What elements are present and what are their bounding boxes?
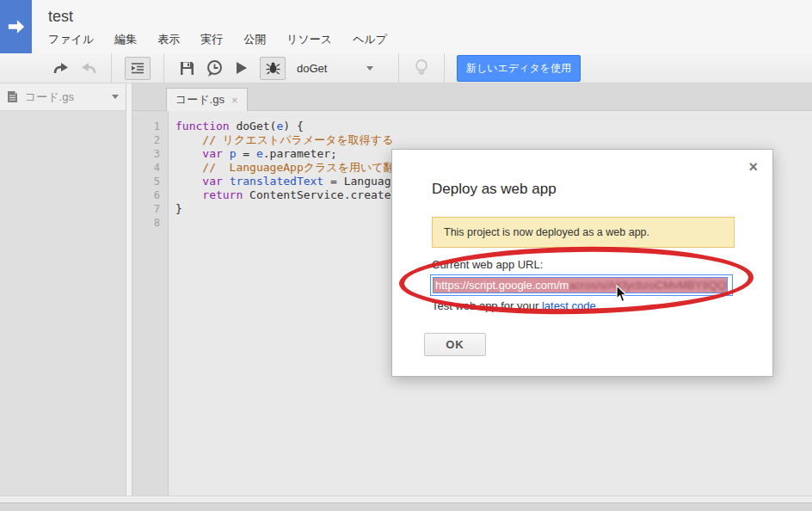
line-number: 6 [132, 188, 168, 202]
code-line: function doGet(e) { [175, 120, 812, 133]
line-number: 4 [132, 161, 168, 175]
ok-button[interactable]: OK [424, 333, 486, 356]
debug-button[interactable] [260, 57, 286, 80]
toolbar-separator [111, 53, 112, 83]
sidebar-file-item[interactable]: コード.gs [0, 83, 126, 111]
pane-splitter[interactable] [126, 83, 132, 496]
deploy-success-banner: This project is now deployed as a web ap… [432, 217, 735, 248]
url-redacted-text: acros/s/AKfycbzoCMvMBY8QQ2u [569, 279, 727, 292]
selected-url-text: https://script.google.com/macros/s/AKfyc… [433, 277, 728, 293]
toolbar-separator [163, 53, 164, 83]
tab-close-icon[interactable]: × [231, 94, 238, 107]
tab-code-gs[interactable]: コード.gs × [166, 88, 248, 111]
tab-strip: コード.gs × [132, 83, 812, 111]
header: test ファイル編集表示実行公開リソースヘルプ [0, 0, 812, 53]
line-number: 7 [132, 202, 168, 216]
line-number: 8 [132, 216, 168, 230]
dialog-title: Deploy as web app [432, 181, 557, 198]
menu-item[interactable]: 公開 [243, 32, 266, 47]
url-label: Current web app URL: [432, 258, 543, 271]
save-icon [180, 61, 194, 76]
sidebar-file-name: コード.gs [25, 89, 112, 105]
menu-item[interactable]: 編集 [114, 32, 137, 47]
arrow-right-icon [7, 17, 26, 36]
banner-text: This project is now deployed as a web ap… [444, 226, 649, 238]
toolbar-separator [444, 53, 445, 83]
redo-icon [80, 62, 97, 75]
url-visible-text: https://script.google.com/m [434, 279, 569, 292]
test-text: Test web app for your [432, 299, 542, 312]
horizontal-scrollbar[interactable] [0, 502, 812, 511]
menu-item[interactable]: ヘルプ [353, 32, 387, 47]
function-selector-value: doGet [297, 62, 327, 75]
undo-icon [52, 62, 70, 75]
status-bar [0, 496, 812, 502]
menubar: ファイル編集表示実行公開リソースヘルプ [48, 32, 408, 47]
apps-script-logo [0, 0, 32, 53]
history-button[interactable] [205, 58, 224, 77]
chevron-down-icon [366, 66, 373, 71]
toolbar-separator [398, 53, 399, 83]
run-button[interactable] [232, 58, 251, 77]
latest-code-link[interactable]: latest code [542, 299, 596, 312]
deploy-dialog: × Deploy as web app This project is now … [391, 149, 773, 377]
menu-item[interactable]: 表示 [157, 32, 180, 47]
web-app-url-input[interactable]: https://script.google.com/macros/s/AKfyc… [430, 274, 733, 296]
apps-script-window: test ファイル編集表示実行公開リソースヘルプ doGet [0, 0, 812, 511]
close-icon[interactable]: × [748, 158, 758, 176]
undo-button[interactable] [52, 58, 71, 77]
hints-button[interactable] [412, 58, 431, 77]
history-clock-icon [206, 59, 224, 77]
file-document-icon [7, 90, 18, 103]
menu-item[interactable]: 実行 [200, 32, 223, 47]
test-web-app-line: Test web app for your latest code. [432, 299, 599, 312]
test-period: . [596, 299, 600, 312]
debug-bug-icon [266, 61, 280, 75]
indent-button[interactable] [125, 57, 151, 80]
toolbar: doGet 新しいエディタを使用 [0, 53, 812, 83]
function-selector[interactable]: doGet [297, 62, 383, 75]
menu-item[interactable]: ファイル [48, 32, 94, 47]
use-new-editor-button[interactable]: 新しいエディタを使用 [457, 55, 581, 82]
files-sidebar: コード.gs [0, 83, 126, 496]
project-title: test [48, 8, 73, 26]
line-number: 5 [132, 175, 168, 188]
lightbulb-icon [414, 58, 429, 77]
code-line: // リクエストパラメータを取得する [175, 133, 812, 147]
tab-label: コード.gs [175, 92, 225, 108]
redo-button[interactable] [79, 58, 98, 77]
menu-item[interactable]: リソース [286, 32, 332, 47]
line-number-gutter: 12345678 [132, 111, 169, 496]
save-button[interactable] [177, 58, 196, 77]
run-play-icon [236, 61, 248, 75]
line-number: 1 [132, 120, 168, 133]
indent-icon [131, 62, 145, 74]
chevron-down-icon[interactable] [112, 95, 119, 99]
line-number: 2 [132, 133, 168, 147]
line-number: 3 [132, 147, 168, 161]
